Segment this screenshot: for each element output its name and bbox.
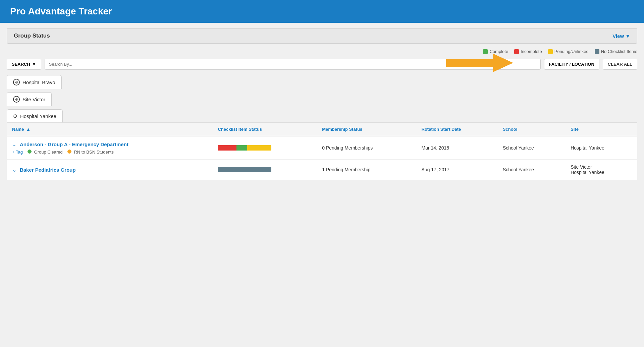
data-table: Name ▲ Checklist Item Status Membership … xyxy=(7,122,637,180)
chevron-down-icon: ▼ xyxy=(625,33,630,39)
no-checklist-segment xyxy=(218,167,271,172)
sort-icon: ▲ xyxy=(26,127,31,132)
school-cell: School Yankee xyxy=(497,136,565,160)
search-area: SEARCH ▼ FACILITY / LOCATION CLEAR ALL xyxy=(7,59,637,70)
app-header: Pro Advantage Tracker xyxy=(0,0,644,23)
orange-dot xyxy=(67,150,71,154)
rotation-date-cell: Mar 14, 2018 xyxy=(416,136,497,160)
complete-segment xyxy=(236,145,247,151)
site-victor-tab[interactable]: ⊙ Site Victor xyxy=(7,92,52,106)
school-cell: School Yankee xyxy=(497,160,565,180)
legend-no-checklist: No Checklist Items xyxy=(595,49,637,54)
col-name[interactable]: Name ▲ xyxy=(7,123,212,136)
circle-icon: ⊙ xyxy=(13,96,20,103)
pending-segment xyxy=(247,145,271,151)
rotation-date-cell: Aug 17, 2017 xyxy=(416,160,497,180)
checklist-status-cell xyxy=(212,160,317,180)
view-button[interactable]: View ▼ xyxy=(612,33,630,39)
legend-complete: Complete xyxy=(483,49,508,54)
group-status-panel: Group Status View ▼ xyxy=(7,28,637,44)
app-title: Pro Advantage Tracker xyxy=(10,6,634,17)
group-status-title: Group Status xyxy=(14,33,50,39)
hospital-yankee-tab[interactable]: ⊙ Hospital Yankee xyxy=(7,109,63,122)
table-header-row: Name ▲ Checklist Item Status Membership … xyxy=(7,123,637,136)
col-rotation: Rotation Start Date xyxy=(416,123,497,136)
site-victor-tab-row: ⊙ Site Victor xyxy=(7,92,637,106)
search-button[interactable]: SEARCH ▼ xyxy=(7,59,41,70)
status-bar xyxy=(218,167,271,172)
incomplete-dot xyxy=(514,49,519,54)
col-checklist: Checklist Item Status xyxy=(212,123,317,136)
facility-location-button[interactable]: FACILITY / LOCATION xyxy=(544,59,599,70)
group-tabs-row: ⊙ Hospital Bravo xyxy=(7,75,637,89)
legend-pending: Pending/Unlinked xyxy=(548,49,589,54)
legend-bar: Complete Incomplete Pending/Unlinked No … xyxy=(7,49,637,54)
table-row: ⌄ Anderson - Group A - Emergency Departm… xyxy=(7,136,637,160)
green-dot xyxy=(28,150,32,154)
hospital-bravo-tab[interactable]: ⊙ Hospital Bravo xyxy=(7,75,62,89)
membership-status-cell: 1 Pending Membership xyxy=(317,160,416,180)
tag-rn-bsn: RN to BSN Students xyxy=(67,150,114,155)
legend-incomplete: Incomplete xyxy=(514,49,542,54)
col-site: Site xyxy=(565,123,637,136)
main-content: Group Status View ▼ Complete Incomplete … xyxy=(0,23,644,185)
complete-dot xyxy=(483,49,488,54)
add-tag-button[interactable]: + Tag xyxy=(12,150,23,155)
clear-all-button[interactable]: CLEAR ALL xyxy=(603,59,637,70)
circle-icon: ⊙ xyxy=(13,113,17,119)
table-row: ⌄ Baker Pediatrics Group 1 Pending Membe… xyxy=(7,160,637,180)
incomplete-segment xyxy=(218,145,236,151)
no-checklist-dot xyxy=(595,49,599,54)
anderson-group-name[interactable]: Anderson - Group A - Emergency Departmen… xyxy=(20,141,128,147)
row-name-cell: ⌄ Baker Pediatrics Group xyxy=(7,160,212,180)
baker-group-name[interactable]: Baker Pediatrics Group xyxy=(20,167,76,173)
expand-chevron-icon[interactable]: ⌄ xyxy=(12,167,16,173)
col-school: School xyxy=(497,123,565,136)
membership-status-cell: 0 Pending Memberships xyxy=(317,136,416,160)
site-cell: Site VictorHospital Yankee xyxy=(565,160,637,180)
tag-group-cleared: Group Cleared xyxy=(28,150,63,155)
pending-dot xyxy=(548,49,553,54)
status-bar xyxy=(218,145,271,151)
hospital-yankee-section: ⊙ Hospital Yankee Name ▲ Checklist Item … xyxy=(7,109,637,180)
row-name-cell: ⌄ Anderson - Group A - Emergency Departm… xyxy=(7,136,212,160)
search-input[interactable] xyxy=(45,59,541,70)
circle-icon: ⊙ xyxy=(13,79,20,85)
site-cell: Hospital Yankee xyxy=(565,136,637,160)
col-membership: Membership Status xyxy=(317,123,416,136)
checklist-status-cell xyxy=(212,136,317,160)
expand-chevron-icon[interactable]: ⌄ xyxy=(12,141,16,147)
chevron-down-icon: ▼ xyxy=(32,62,36,67)
tags-row: + Tag Group Cleared RN to BSN Students xyxy=(12,150,207,155)
